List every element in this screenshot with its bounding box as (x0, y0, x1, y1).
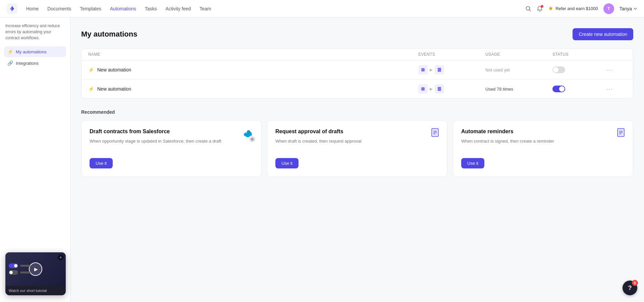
nav-links: HomeDocumentsTemplatesAutomationsTasksAc… (23, 4, 525, 13)
sidebar-item-my-automations[interactable]: ⚡ My automations (4, 46, 66, 57)
svg-point-10 (249, 133, 252, 136)
refer-label: Refer and earn $1000 (555, 6, 598, 11)
table-row: ⚡ New automation ▶ Not used yet ··· (82, 60, 633, 80)
video-toggle-1 (9, 263, 30, 268)
event-arrow-icon: ▶ (430, 67, 433, 72)
nav-link-tasks[interactable]: Tasks (142, 4, 160, 13)
card-title: Request approval of drafts (275, 129, 439, 135)
nav-link-automations[interactable]: Automations (107, 4, 140, 13)
card-description: When opportunity stage is updated in Sal… (90, 138, 253, 151)
salesforce-sub-icon (249, 136, 255, 142)
card-title: Automate reminders (461, 129, 625, 135)
video-bar (20, 265, 30, 267)
sidebar-menu: ⚡ My automations 🔗 Integrations (4, 46, 66, 68)
document-icon (430, 127, 440, 139)
mini-toggle-off (9, 270, 18, 275)
automation-name: New automation (97, 86, 131, 92)
more-actions-cell: ··· (606, 66, 626, 73)
nav-link-activity-feed[interactable]: Activity feed (162, 4, 194, 13)
automations-table: Name Events Usage Status ⚡ New automatio… (81, 48, 633, 99)
page-layout: Increase efficiency and reduce errors by… (0, 0, 644, 302)
video-label: Watch our short tutorial (5, 286, 66, 295)
nav-link-home[interactable]: Home (23, 4, 42, 13)
card-title: Draft contracts from Salesforce (90, 129, 253, 135)
row-name: ⚡ New automation (88, 67, 418, 72)
top-navigation: HomeDocumentsTemplatesAutomationsTasksAc… (0, 0, 644, 17)
col-events: Events (418, 52, 485, 57)
video-play-button[interactable] (29, 262, 42, 276)
col-status: Status (552, 52, 606, 57)
automation-bolt-icon: ⚡ (88, 86, 94, 92)
automation-bolt-icon: ⚡ (88, 67, 94, 72)
svg-rect-6 (438, 87, 441, 91)
nav-link-documents[interactable]: Documents (44, 4, 74, 13)
use-it-button[interactable]: Use it (90, 158, 113, 168)
chat-bubble[interactable]: ? 6 (623, 281, 637, 295)
video-bar-2 (20, 271, 30, 273)
event-icon-target (435, 65, 444, 74)
mini-toggle-on (9, 263, 18, 268)
more-actions-cell: ··· (606, 86, 626, 93)
salesforce-icon (241, 127, 255, 142)
notification-badge (541, 5, 543, 8)
usage-text: Used 78 times (485, 87, 552, 92)
refer-button[interactable]: Refer and earn $1000 (548, 6, 598, 11)
video-tutorial-widget: × Watch our short tutorial (5, 252, 66, 295)
svg-point-1 (526, 6, 530, 10)
row-name: ⚡ New automation (88, 86, 418, 92)
app-logo[interactable] (7, 3, 17, 14)
sidebar-item-integrations[interactable]: 🔗 Integrations (4, 58, 66, 68)
col-actions (606, 52, 626, 57)
recommended-card-request-approval: Request approval of drafts When draft is… (267, 120, 447, 177)
sidebar-promo: Increase efficiency and reduce errors by… (4, 23, 66, 41)
nav-link-team[interactable]: Team (196, 4, 214, 13)
chat-question-icon: ? (628, 285, 632, 292)
page-title: My automations (81, 30, 137, 39)
event-icon-source (418, 84, 428, 94)
svg-rect-3 (421, 68, 425, 71)
automation-toggle[interactable] (552, 86, 565, 92)
events-cell: ▶ (418, 84, 485, 94)
usage-text: Not used yet (485, 67, 552, 72)
more-actions-button[interactable]: ··· (606, 86, 613, 93)
automation-name: New automation (97, 67, 131, 72)
card-description: When draft is created, then request appr… (275, 138, 439, 151)
event-arrow-icon: ▶ (430, 87, 433, 91)
video-close-button[interactable]: × (58, 254, 64, 260)
sidebar-label-integrations: Integrations (16, 61, 39, 66)
recommended-card-automate-reminders: Automate reminders When contract is sign… (453, 120, 633, 177)
video-toggle-2 (9, 270, 30, 275)
card-description: When contract is signed, then create a r… (461, 138, 625, 151)
status-toggle-cell (552, 66, 606, 73)
user-name[interactable]: Tanya (620, 6, 637, 11)
automation-toggle[interactable] (552, 66, 565, 73)
svg-point-11 (247, 130, 250, 134)
table-header: Name Events Usage Status (82, 49, 633, 60)
recommended-card-draft-salesforce: Draft contracts from Salesforce When opp… (81, 120, 262, 177)
event-icon-source (418, 65, 428, 74)
recommended-cards: Draft contracts from Salesforce When opp… (81, 120, 633, 177)
sidebar-label-my-automations: My automations (16, 49, 47, 54)
document-icon (615, 127, 626, 139)
sidebar-icon-integrations: 🔗 (7, 60, 13, 66)
search-button[interactable] (525, 6, 531, 12)
recommended-section-title: Recommended (81, 109, 633, 115)
page-header: My automations Create new automation (81, 28, 633, 40)
notifications-wrapper (537, 6, 543, 12)
create-automation-button[interactable]: Create new automation (573, 28, 633, 40)
video-thumbnail: × (5, 252, 66, 286)
events-cell: ▶ (418, 65, 485, 74)
use-it-button[interactable]: Use it (461, 158, 484, 168)
nav-right: Refer and earn $1000 T Tanya (525, 3, 637, 14)
event-icon-target (435, 84, 444, 94)
svg-rect-5 (421, 87, 425, 91)
svg-point-12 (251, 138, 254, 141)
use-it-button[interactable]: Use it (275, 158, 299, 168)
col-name: Name (88, 52, 418, 57)
table-row: ⚡ New automation ▶ Used 78 times ··· (82, 80, 633, 98)
nav-link-templates[interactable]: Templates (76, 4, 105, 13)
svg-rect-4 (438, 68, 441, 72)
more-actions-button[interactable]: ··· (606, 66, 613, 73)
chat-badge: 6 (632, 280, 638, 286)
user-avatar[interactable]: T (603, 3, 614, 14)
